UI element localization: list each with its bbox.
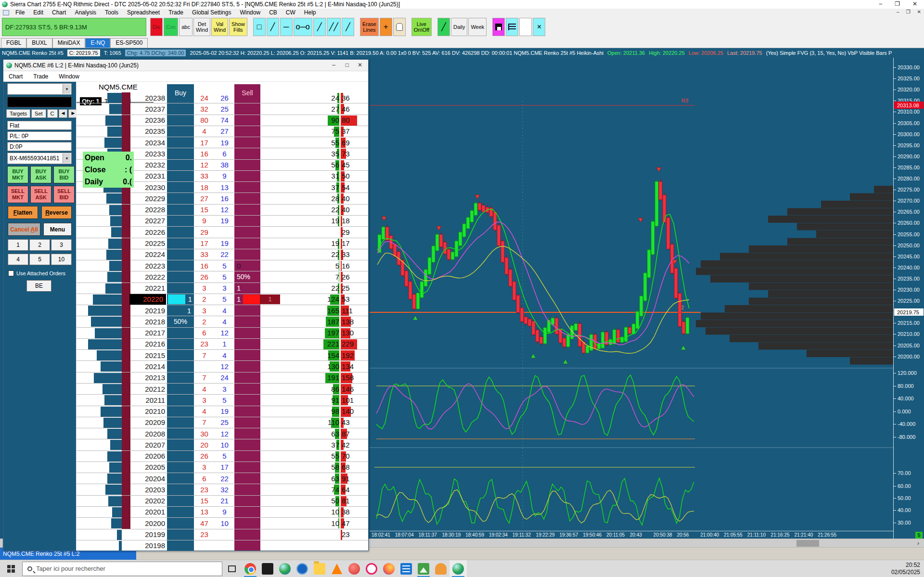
taskbar-app-globe[interactable] [276,560,294,577]
md-tool-button[interactable]: × [533,18,545,36]
taskbar-app-compass[interactable] [294,560,311,577]
price-cell[interactable]: 20220 [129,294,166,305]
live-onoff-button[interactable]: LiveOn\Off [411,18,432,36]
hand-tool-button[interactable] [393,18,406,36]
price-cell[interactable]: 20198 [131,540,165,551]
checkbox-icon[interactable] [8,270,14,276]
buy-mkt-button[interactable]: BUYMKT [7,166,28,183]
save-button[interactable] [492,18,505,36]
show-fills-button[interactable]: ShowFills [229,18,247,36]
price-cell[interactable]: 20209 [131,417,165,428]
price-cell[interactable]: 20210 [131,406,165,417]
dom-row[interactable]: 2020972511043 [77,417,368,428]
menu-item-edit[interactable]: Edit [29,9,48,16]
rectangle-tool-button[interactable]: □ [253,18,266,36]
tab-targets[interactable]: Targets [6,109,30,118]
dom-row[interactable]: 202124386146 [77,384,368,395]
menu-item-cw[interactable]: CW [282,9,300,16]
price-cell[interactable]: 20204 [131,473,165,484]
dom-row[interactable]: 202213312225 [77,283,368,294]
menu-button[interactable]: Menu [43,223,72,236]
chevron-down-icon[interactable]: ▼ [63,84,71,94]
price-cell[interactable]: 20230 [131,182,165,192]
levels-tool-button[interactable] [506,18,518,36]
taskbar-search-input[interactable]: Taper ici pour rechercher [22,562,222,576]
dom-row[interactable]: 20219134165111 [77,305,368,316]
price-cell[interactable]: 20216 [131,339,165,349]
price-cell[interactable]: 20233 [131,148,165,159]
price-cell[interactable]: 20229 [131,193,165,204]
dom-row[interactable]: 20216231221229 [77,339,368,350]
child-close-icon[interactable]: ✕ [917,9,921,14]
scrollbar-right-arrow-icon[interactable]: › [914,539,923,547]
chart-values-button[interactable]: ╱ [437,18,450,36]
menu-item-spreadsheet[interactable]: Spreadsheet [123,9,164,16]
breakeven-button[interactable]: BE [26,280,51,292]
price-cell[interactable]: 20205 [131,462,165,473]
extended-line-tool-button[interactable]: o─o [294,18,312,36]
price-cell[interactable]: 20202 [131,496,165,506]
qty-preset-3[interactable]: 3 [51,239,72,251]
price-cell[interactable]: 20232 [131,160,165,170]
dom-row[interactable]: 2021412130134 [77,361,368,372]
daily-button[interactable]: Daily [451,18,467,36]
price-cell[interactable]: 20234 [131,137,165,148]
sell-ask-button[interactable]: SELLASK [30,186,51,203]
menu-item-cb[interactable]: CB [265,9,282,16]
trade-menu-trade[interactable]: Trade [28,73,53,80]
dom-row[interactable]: 201992323 [77,529,368,540]
start-button[interactable] [0,560,22,577]
dom-row[interactable]: 202011391038 [77,507,368,518]
menu-item-window[interactable]: Window [235,9,265,16]
trendline-tool-button[interactable]: ╱ [267,18,279,36]
dom-row[interactable]: 20217612197130 [77,328,368,339]
price-cell[interactable]: 20212 [131,384,165,394]
price-cell[interactable]: 20226 [131,227,165,237]
menu-item-chart[interactable]: Chart [48,9,70,16]
dom-row[interactable]: 20213724191158 [77,372,368,384]
close-icon[interactable]: ✕ [912,0,917,7]
sell-order-cell[interactable]: 50% [234,271,260,282]
dom-row[interactable]: 20198 [77,540,368,551]
dom-row[interactable]: 2020720103742 [77,439,368,450]
dom-row[interactable]: 2020323327464 [77,484,368,495]
child-restore-icon[interactable]: ❐ [906,9,911,14]
price-cell[interactable]: 20223 [131,260,165,271]
dom-row[interactable]: 2022226550%726 [77,271,368,282]
taskbar-app-paint[interactable] [432,560,449,577]
price-cell[interactable]: 20238 [131,92,165,103]
qty-preset-1[interactable]: 1 [8,239,28,251]
dom-row[interactable]: 2023680749080 [77,115,368,126]
chartbook-tab-minidax[interactable]: MiniDAX [52,38,86,48]
tab-left-arrow-icon[interactable]: ◀ [59,109,68,118]
price-cell[interactable]: 20225 [131,238,165,249]
taskbar-app-firefox[interactable] [380,560,398,577]
taskbar-app-explorer[interactable] [311,560,328,577]
price-cell[interactable]: 20222 [131,271,165,282]
dom-row[interactable]: 2022433222233 [77,249,368,260]
price-cell[interactable]: 20215 [131,350,165,360]
disconnect-button[interactable]: Dis [150,18,163,36]
use-attached-orders-checkbox[interactable]: Use Attached Orders [8,270,65,276]
sell-order-cell[interactable]: 0 [234,260,260,271]
dom-row[interactable]: 202053175868 [77,462,368,473]
dom-row[interactable]: 2023732252746 [77,103,368,115]
price-cell[interactable]: 20224 [131,249,165,260]
sell-bid-button[interactable]: SELLBID [53,186,75,203]
dom-row[interactable]: 202062655570 [77,451,368,462]
qty-preset-10[interactable]: 10 [51,254,72,265]
maximize-icon[interactable]: ❐ [895,0,900,7]
blank-button[interactable] [519,18,532,36]
taskbar-app-settings[interactable] [398,560,415,577]
dom-row[interactable]: 2020830126387 [77,428,368,439]
taskbar-app-clock-app[interactable] [363,560,380,577]
price-cell[interactable]: 20208 [131,428,165,439]
trade-close-icon[interactable]: ✕ [358,62,362,68]
trade-maximize-icon[interactable]: □ [346,62,349,68]
taskbar-app-sierra-chart[interactable] [449,560,467,577]
price-cell[interactable]: 20237 [131,103,165,114]
dom-row[interactable]: 2023824262436 [77,92,368,103]
price-cell[interactable]: 20236 [131,115,165,126]
dom-row[interactable]: 2023417195569 [77,137,368,148]
menu-item-trade[interactable]: Trade [164,9,188,16]
